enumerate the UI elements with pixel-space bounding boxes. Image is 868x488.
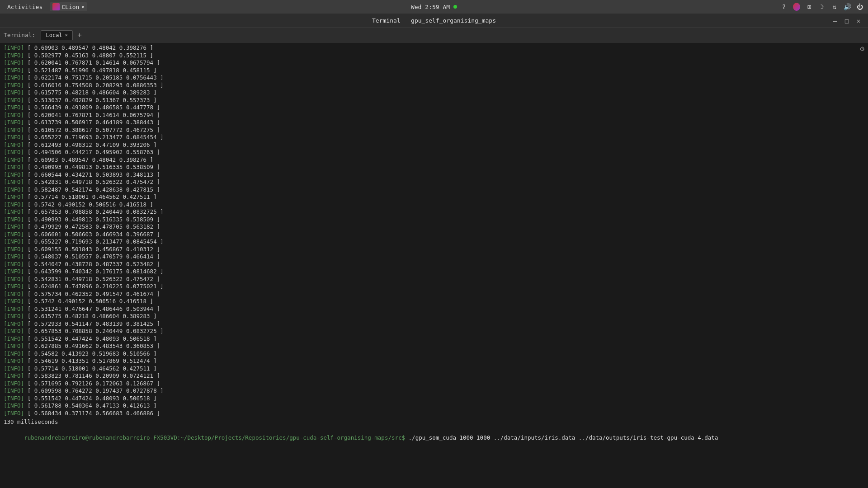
table-row: [INFO] [ 0.571695 0.792126 0.172063 0.12…: [4, 380, 864, 388]
elapsed-time-line: 130 milliseconds: [4, 417, 864, 426]
table-row: [INFO] [ 0.60903 0.489547 0.48042 0.3982…: [4, 156, 864, 164]
table-row: [INFO] [ 0.609155 0.501843 0.456867 0.41…: [4, 246, 864, 253]
volume-icon[interactable]: 🔊: [844, 3, 851, 10]
notification-icon[interactable]: [793, 3, 800, 10]
activities-button[interactable]: Activities: [5, 3, 45, 11]
table-row: [INFO] [ 0.479929 0.472583 0.478705 0.56…: [4, 223, 864, 231]
close-button[interactable]: ✕: [854, 17, 863, 25]
calendar-icon[interactable]: ⊞: [806, 3, 813, 10]
clion-label: CLion: [61, 4, 79, 10]
table-row: [INFO] [ 0.615775 0.48218 0.486604 0.389…: [4, 89, 864, 97]
system-bar: Activities CLion ▾ Wed 2:59 AM ? ⊞ ☽ ⇅ 🔊…: [0, 0, 868, 14]
tab-bar: Terminal: Local ✕ +: [0, 28, 868, 42]
clion-chevron-icon: ▾: [81, 4, 85, 10]
table-row: [INFO] [ 0.575734 0.462352 0.491547 0.46…: [4, 291, 864, 298]
table-row: [INFO] [ 0.627885 0.491662 0.483543 0.36…: [4, 343, 864, 350]
table-row: [INFO] [ 0.5742 0.490152 0.506516 0.4165…: [4, 201, 864, 209]
power-icon[interactable]: ⏻: [856, 3, 863, 10]
tab-close-icon[interactable]: ✕: [65, 32, 68, 38]
terminal-content[interactable]: ⚙ [INFO] [ 0.60903 0.489547 0.48042 0.39…: [0, 42, 868, 488]
network-icon[interactable]: ⇅: [831, 3, 838, 10]
terminal-section-label: Terminal:: [4, 32, 35, 38]
terminal-window: Terminal - gpu_self_organising_maps — □ …: [0, 14, 868, 488]
help-icon[interactable]: ?: [780, 3, 788, 10]
table-row: [INFO] [ 0.551542 0.447424 0.48093 0.506…: [4, 335, 864, 343]
table-row: [INFO] [ 0.490993 0.449813 0.516335 0.53…: [4, 164, 864, 171]
prompt-command: [405, 434, 409, 441]
table-row: [INFO] [ 0.521487 0.51996 0.497818 0.458…: [4, 67, 864, 75]
table-row: [INFO] [ 0.657853 0.708858 0.240449 0.08…: [4, 328, 864, 335]
tab-local[interactable]: Local ✕: [41, 30, 73, 40]
table-row: [INFO] [ 0.582487 0.542174 0.428638 0.42…: [4, 186, 864, 194]
notification-circle-icon: [793, 3, 800, 11]
table-row: [INFO] [ 0.616016 0.754508 0.208293 0.08…: [4, 82, 864, 89]
table-row: [INFO] [ 0.612493 0.498312 0.47109 0.393…: [4, 141, 864, 149]
table-row: [INFO] [ 0.531241 0.476647 0.486446 0.50…: [4, 305, 864, 313]
clion-icon: [52, 3, 60, 10]
table-row: [INFO] [ 0.494506 0.444217 0.495902 0.55…: [4, 149, 864, 156]
tab-local-label: Local: [46, 32, 62, 38]
table-row: [INFO] [ 0.643599 0.740342 0.176175 0.08…: [4, 268, 864, 276]
table-row: [INFO] [ 0.620041 0.767871 0.14614 0.067…: [4, 112, 864, 119]
system-bar-left: Activities CLion ▾: [5, 2, 87, 11]
output-lines: [INFO] [ 0.60903 0.489547 0.48042 0.3982…: [4, 44, 864, 417]
table-row: [INFO] [ 0.655227 0.719693 0.213477 0.08…: [4, 238, 864, 246]
table-row: [INFO] [ 0.57714 0.518001 0.464562 0.427…: [4, 365, 864, 373]
table-row: [INFO] [ 0.620041 0.767871 0.14614 0.067…: [4, 59, 864, 67]
table-row: [INFO] [ 0.561788 0.540364 0.47133 0.412…: [4, 402, 864, 410]
table-row: [INFO] [ 0.551542 0.447424 0.48093 0.506…: [4, 395, 864, 403]
table-row: [INFO] [ 0.548037 0.510557 0.470579 0.46…: [4, 253, 864, 261]
maximize-button[interactable]: □: [843, 17, 851, 25]
table-row: [INFO] [ 0.566439 0.491809 0.486585 0.44…: [4, 104, 864, 112]
table-row: [INFO] [ 0.609598 0.764272 0.197437 0.07…: [4, 387, 864, 395]
table-row: [INFO] [ 0.624861 0.747896 0.210225 0.07…: [4, 283, 864, 291]
terminal-title: Terminal - gpu_self_organising_maps: [372, 17, 496, 24]
moon-icon[interactable]: ☽: [818, 3, 826, 10]
table-row: [INFO] [ 0.583823 0.781146 0.20909 0.072…: [4, 372, 864, 380]
terminal-prompt-line: rubenandrebarreiro@rubenandrebarreiro-FX…: [4, 427, 864, 450]
window-controls: — □ ✕: [831, 17, 863, 25]
system-bar-right: ? ⊞ ☽ ⇅ 🔊 ⏻: [780, 3, 863, 10]
prompt-path: ~/Desktop/Projects/Repositories/gpu-cuda…: [180, 434, 405, 441]
elapsed-time-text: 130 milliseconds: [4, 418, 58, 425]
terminal-settings-icon[interactable]: ⚙: [860, 44, 864, 53]
table-row: [INFO] [ 0.613739 0.506917 0.464189 0.38…: [4, 119, 864, 127]
add-tab-button[interactable]: +: [75, 31, 85, 39]
table-row: [INFO] [ 0.606601 0.506603 0.466934 0.39…: [4, 231, 864, 239]
table-row: [INFO] [ 0.544047 0.438728 0.487337 0.52…: [4, 261, 864, 268]
prompt-user-host: rubenandrebarreiro@rubenandrebarreiro-FX…: [24, 434, 177, 441]
table-row: [INFO] [ 0.615775 0.48218 0.486604 0.389…: [4, 313, 864, 320]
table-row: [INFO] [ 0.655227 0.719693 0.213477 0.08…: [4, 134, 864, 141]
table-row: [INFO] [ 0.568434 0.371174 0.566683 0.46…: [4, 410, 864, 418]
system-bar-center: Wed 2:59 AM: [411, 4, 457, 10]
table-row: [INFO] [ 0.660544 0.434271 0.503893 0.34…: [4, 171, 864, 179]
minimize-button[interactable]: —: [831, 17, 839, 25]
status-dot-icon: [453, 5, 457, 9]
table-row: [INFO] [ 0.610572 0.388617 0.507772 0.46…: [4, 127, 864, 134]
table-row: [INFO] [ 0.622174 0.751715 0.205185 0.07…: [4, 74, 864, 82]
table-row: [INFO] [ 0.542831 0.449718 0.526322 0.47…: [4, 178, 864, 186]
table-row: [INFO] [ 0.490993 0.449813 0.516335 0.53…: [4, 216, 864, 224]
table-row: [INFO] [ 0.57714 0.518001 0.464562 0.427…: [4, 193, 864, 201]
table-row: [INFO] [ 0.572933 0.541147 0.483139 0.38…: [4, 320, 864, 328]
terminal-titlebar: Terminal - gpu_self_organising_maps — □ …: [0, 14, 868, 28]
table-row: [INFO] [ 0.54619 0.413351 0.517869 0.512…: [4, 357, 864, 365]
prompt-command-text: ./gpu_som_cuda 1000 1000 ../data/inputs/…: [409, 434, 718, 441]
datetime-label: Wed 2:59 AM: [411, 4, 450, 10]
table-row: [INFO] [ 0.502977 0.45163 0.48807 0.5521…: [4, 52, 864, 60]
table-row: [INFO] [ 0.657853 0.708858 0.240449 0.08…: [4, 208, 864, 216]
table-row: [INFO] [ 0.542831 0.449718 0.526322 0.47…: [4, 276, 864, 283]
clion-menu[interactable]: CLion ▾: [50, 2, 87, 11]
table-row: [INFO] [ 0.54582 0.413923 0.519683 0.510…: [4, 350, 864, 358]
table-row: [INFO] [ 0.5742 0.490152 0.506516 0.4165…: [4, 298, 864, 305]
table-row: [INFO] [ 0.513037 0.402829 0.51367 0.557…: [4, 97, 864, 104]
table-row: [INFO] [ 0.60903 0.489547 0.48042 0.3982…: [4, 44, 864, 52]
